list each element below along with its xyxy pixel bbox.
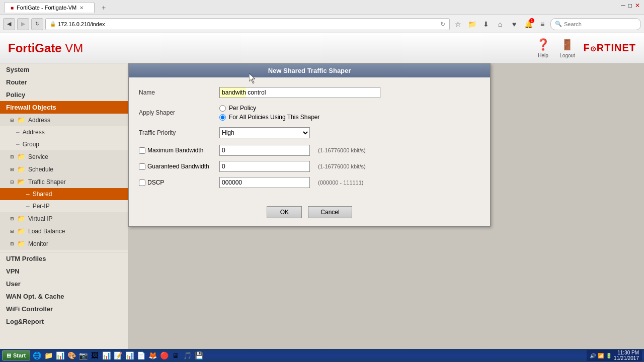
taskbar-app10-icon[interactable]: 🎵	[182, 350, 193, 361]
menu-icon[interactable]: ≡	[536, 18, 548, 30]
help-button[interactable]: ❓ Help	[535, 38, 551, 58]
address-bar[interactable]: 🔒 ↻	[45, 18, 450, 30]
max-bandwidth-checkbox[interactable]	[139, 147, 145, 154]
dscp-row: DSCP (000000 - 111111)	[139, 177, 480, 188]
sidebar-item-shared[interactable]: – Shared	[0, 188, 128, 200]
max-bandwidth-row: Maximum Bandwidth (1-16776000 kbit/s)	[139, 145, 480, 156]
browser-titlebar: ■ FortiGate - Fortigate-VM ✕ + ─ □ ✕	[0, 0, 644, 15]
sidebar-label-group: Group	[23, 141, 39, 148]
content-area: New Shared Traffic Shaper Name Apply Sha…	[128, 63, 644, 349]
browser-toolbar: ◀ ▶ ↻ 🔒 ↻ ☆ 📁 ⬇ ⌂ ♥ 🔔 1 ≡ 🔍	[0, 15, 644, 33]
max-bandwidth-input-area: (1-16776000 kbit/s)	[219, 145, 366, 156]
taskbar-app9-icon[interactable]: 🖥	[170, 350, 181, 361]
taskbar-ie-icon[interactable]: 🌐	[31, 350, 42, 361]
close-button[interactable]: ✕	[635, 2, 640, 9]
main-content: System Router Policy Firewall Objects ⊞ …	[0, 63, 644, 349]
taskbar-app5-icon[interactable]: 📊	[101, 350, 112, 361]
sidebar-item-system[interactable]: System	[0, 63, 128, 76]
bookmark-star-icon[interactable]: ☆	[452, 18, 464, 30]
back-button[interactable]: ◀	[3, 18, 15, 30]
taskbar-folder-icon[interactable]: 📁	[43, 350, 54, 361]
browser-tab[interactable]: ■ FortiGate - Fortigate-VM ✕	[4, 2, 95, 13]
start-button[interactable]: ⊞ Start	[2, 350, 30, 360]
dscp-input[interactable]	[219, 177, 310, 188]
name-input[interactable]	[219, 87, 380, 98]
sidebar-item-traffic-shaper[interactable]: ⊟ 📂 Traffic Shaper	[0, 175, 128, 188]
minimize-button[interactable]: ─	[621, 2, 625, 9]
taskbar-chrome-icon[interactable]: 🔴	[158, 350, 170, 361]
forward-button[interactable]: ▶	[17, 18, 29, 30]
tab-close-button[interactable]: ✕	[79, 5, 84, 11]
search-input[interactable]	[564, 21, 636, 27]
taskbar-app6-icon[interactable]: 📝	[112, 350, 123, 361]
sidebar-item-log-report[interactable]: Log&Report	[0, 315, 128, 328]
traffic-priority-label: Traffic Priority	[139, 129, 219, 136]
windows-icon: ⊞	[7, 352, 11, 359]
per-policy-option[interactable]: Per Policy	[219, 105, 480, 112]
ok-button[interactable]: OK	[267, 206, 302, 218]
expand-schedule-icon: ⊞	[10, 167, 14, 172]
taskbar-tray: 🔊 📶 🔋 11:30 PM 11/21/2017	[587, 350, 642, 361]
guaranteed-bandwidth-checkbox[interactable]	[139, 163, 145, 170]
sidebar-item-policy[interactable]: Policy	[0, 88, 128, 101]
max-bandwidth-input[interactable]	[219, 145, 310, 156]
dscp-label: DSCP	[147, 179, 164, 186]
search-icon: 🔍	[555, 21, 562, 27]
sidebar-item-address-sub[interactable]: – Address	[0, 126, 128, 138]
logout-button[interactable]: 🚪 Logout	[559, 38, 576, 58]
sidebar-item-address[interactable]: ⊞ 📁 Address	[0, 114, 128, 126]
sidebar-label-service: Service	[28, 153, 48, 160]
sidebar-item-monitor[interactable]: ⊞ 📁 Monitor	[0, 237, 128, 250]
taskbar-app7-icon[interactable]: 📊	[124, 350, 135, 361]
new-shared-traffic-shaper-dialog: New Shared Traffic Shaper Name Apply Sha…	[128, 63, 491, 227]
guaranteed-bandwidth-hint: (1-16776000 kbit/s)	[318, 163, 366, 169]
per-policy-radio[interactable]	[219, 105, 226, 112]
sidebar-item-load-balance[interactable]: ⊞ 📁 Load Balance	[0, 225, 128, 237]
for-all-policies-option[interactable]: For All Policies Using This Shaper	[219, 114, 480, 121]
taskbar-app3-icon[interactable]: 📷	[77, 350, 89, 361]
notification-icon[interactable]: 🔔 1	[522, 18, 534, 30]
taskbar-firefox-icon[interactable]: 🦊	[147, 350, 158, 361]
download-icon[interactable]: ⬇	[480, 18, 492, 30]
taskbar-icons: 🌐 📁 📊 🎨 📷 🖼 📊 📝 📊 📄 🦊 🔴 🖥 🎵 💾	[31, 350, 586, 361]
taskbar-app2-icon[interactable]: 🎨	[66, 350, 77, 361]
name-label: Name	[139, 89, 219, 96]
taskbar-app8-icon[interactable]: 📄	[135, 350, 146, 361]
taskbar-app4-icon[interactable]: 🖼	[89, 350, 100, 361]
sidebar-item-virtual-ip[interactable]: ⊞ 📁 Virtual IP	[0, 212, 128, 225]
bookmark-folder-icon[interactable]: 📁	[466, 18, 478, 30]
sidebar-item-wifi[interactable]: WiFi Controller	[0, 303, 128, 315]
new-tab-button[interactable]: +	[99, 3, 109, 13]
sidebar-item-per-ip[interactable]: – Per-IP	[0, 200, 128, 212]
start-label: Start	[13, 352, 26, 358]
sidebar-item-user[interactable]: User	[0, 278, 128, 290]
dialog-title: New Shared Traffic Shaper	[129, 64, 490, 77]
home-icon[interactable]: ⌂	[494, 18, 506, 30]
sidebar-item-vpn[interactable]: VPN	[0, 265, 128, 278]
traffic-priority-select[interactable]: High Medium Low	[219, 127, 310, 138]
sidebar-item-router[interactable]: Router	[0, 76, 128, 88]
refresh-button[interactable]: ↻	[31, 18, 43, 30]
restore-button[interactable]: □	[628, 2, 632, 9]
url-input[interactable]	[58, 21, 438, 27]
reload-icon[interactable]: ↻	[440, 21, 445, 28]
taskbar-app11-icon[interactable]: 💾	[193, 350, 204, 361]
taskbar-app1-icon[interactable]: 📊	[54, 350, 65, 361]
sidebar-label-wifi: WiFi Controller	[6, 305, 53, 313]
favorites-icon[interactable]: ♥	[508, 18, 520, 30]
dash-shared-icon: –	[26, 191, 30, 198]
sidebar-item-wan-opt[interactable]: WAN Opt. & Cache	[0, 290, 128, 303]
browser-search-bar[interactable]: 🔍	[550, 18, 641, 30]
sidebar-item-service[interactable]: ⊞ 📁 Service	[0, 150, 128, 163]
sidebar-label-router: Router	[6, 78, 27, 86]
taskbar-time[interactable]: 11:30 PM 11/21/2017	[614, 350, 639, 361]
dscp-checkbox[interactable]	[139, 179, 145, 186]
expand-virtual-ip-icon: ⊞	[10, 216, 14, 221]
sidebar-item-utm-profiles[interactable]: UTM Profiles	[0, 252, 128, 265]
sidebar-item-schedule[interactable]: ⊞ 📁 Schedule	[0, 163, 128, 175]
for-all-policies-radio[interactable]	[219, 114, 226, 121]
cancel-button[interactable]: Cancel	[308, 206, 352, 218]
sidebar-item-group[interactable]: – Group	[0, 138, 128, 150]
guaranteed-bandwidth-input[interactable]	[219, 161, 310, 172]
sidebar-item-firewall-objects[interactable]: Firewall Objects	[0, 101, 128, 114]
